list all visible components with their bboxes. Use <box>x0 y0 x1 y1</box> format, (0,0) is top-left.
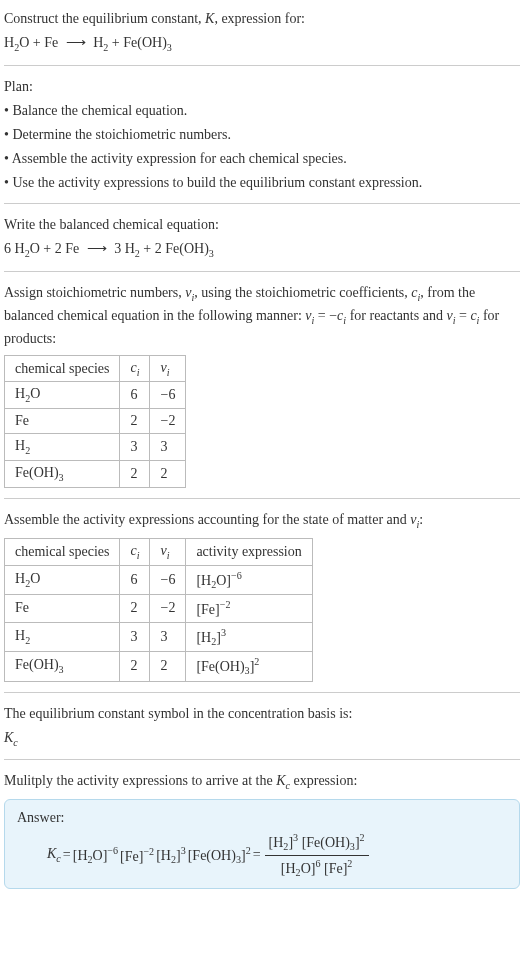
td-c: 2 <box>120 652 150 681</box>
plan-bullet-4: • Use the activity expressions to build … <box>4 172 520 193</box>
td-nu: 2 <box>150 652 186 681</box>
activity-intro: Assemble the activity expressions accoun… <box>4 509 520 532</box>
stoich-intro: Assign stoichiometric numbers, νi, using… <box>4 282 520 349</box>
fraction-denominator: [H2O]6 [Fe]2 <box>265 856 369 878</box>
td-activity: [Fe]−2 <box>186 594 312 622</box>
bal-rhs: 3 H <box>111 241 135 256</box>
td-c: 2 <box>120 594 150 622</box>
eq-rhs1: H <box>90 35 104 50</box>
table-row: H2O 6 −6 [H2O]−6 <box>5 565 313 594</box>
td-nu: −2 <box>150 594 186 622</box>
td-c: 2 <box>120 461 150 488</box>
prompt-text-a: Construct the equilibrium constant, <box>4 11 205 26</box>
balanced-block: Write the balanced chemical equation: 6 … <box>4 214 520 261</box>
ans-eq2: = <box>253 847 261 863</box>
kc-symbol: Kc <box>4 727 520 750</box>
table-row: Fe(OH)3 2 2 <box>5 461 186 488</box>
th-ci: ci <box>120 355 150 382</box>
answer-fraction: [H2]3 [Fe(OH)3]2 [H2O]6 [Fe]2 <box>265 832 369 878</box>
mult-b: expression: <box>290 773 357 788</box>
plan-bullet-1: • Balance the chemical equation. <box>4 100 520 121</box>
ans-eq: = <box>63 847 71 863</box>
table-row: H2O 6 −6 <box>5 382 186 409</box>
answer-label: Answer: <box>17 810 507 826</box>
td-nu: −6 <box>150 565 186 594</box>
th-species: chemical species <box>5 355 120 382</box>
divider <box>4 203 520 204</box>
unbalanced-equation: H2O + Fe ⟶ H2 + Fe(OH)3 <box>4 32 520 55</box>
stoich-e: for reactants and <box>346 308 446 323</box>
td-c: 3 <box>120 434 150 461</box>
table-row: Fe 2 −2 <box>5 409 186 434</box>
td-species: H2 <box>5 622 120 651</box>
stoich-b: , using the stoichiometric coefficients, <box>194 285 411 300</box>
answer-box: Answer: Kc = [H2O]−6 [Fe]−2 [H2]3 [Fe(OH… <box>4 799 520 889</box>
bal-lhs2: O + 2 Fe <box>30 241 83 256</box>
stoich-eq1b: = − <box>314 308 337 323</box>
prompt-block: Construct the equilibrium constant, K, e… <box>4 8 520 55</box>
td-species: Fe(OH)3 <box>5 461 120 488</box>
divider <box>4 692 520 693</box>
multiply-text: Mulitply the activity expressions to arr… <box>4 770 520 793</box>
prompt-line1: Construct the equilibrium constant, K, e… <box>4 8 520 29</box>
td-nu: −6 <box>150 382 186 409</box>
td-species: H2 <box>5 434 120 461</box>
td-c: 6 <box>120 565 150 594</box>
table-row: Fe(OH)3 2 2 [Fe(OH)3]2 <box>5 652 313 681</box>
fraction-numerator: [H2]3 [Fe(OH)3]2 <box>265 832 369 855</box>
td-nu: 3 <box>150 622 186 651</box>
act-b: : <box>419 512 423 527</box>
td-species: Fe <box>5 594 120 622</box>
td-activity: [H2O]−6 <box>186 565 312 594</box>
ans-t4: [Fe(OH)3]2 <box>188 845 251 865</box>
eq-rhs2-sub: 3 <box>167 42 172 53</box>
activity-block: Assemble the activity expressions accoun… <box>4 509 520 682</box>
kc-symbol-block: The equilibrium constant symbol in the c… <box>4 703 520 750</box>
multiply-block: Mulitply the activity expressions to arr… <box>4 770 520 889</box>
eq-rhs2: + Fe(OH) <box>108 35 166 50</box>
td-species: Fe(OH)3 <box>5 652 120 681</box>
td-c: 3 <box>120 622 150 651</box>
ans-t1: [H2O]−6 <box>73 845 118 865</box>
table-row: Fe 2 −2 [Fe]−2 <box>5 594 313 622</box>
td-activity: [H2]3 <box>186 622 312 651</box>
plan-bullet-3: • Assemble the activity expression for e… <box>4 148 520 169</box>
mult-K: K <box>276 773 285 788</box>
balanced-equation: 6 H2O + 2 Fe ⟶ 3 H2 + 2 Fe(OH)3 <box>4 238 520 261</box>
divider <box>4 65 520 66</box>
stoich-a: Assign stoichiometric numbers, <box>4 285 185 300</box>
kc-symbol-text: The equilibrium constant symbol in the c… <box>4 703 520 724</box>
answer-equation: Kc = [H2O]−6 [Fe]−2 [H2]3 [Fe(OH)3]2 = [… <box>17 832 507 878</box>
divider <box>4 271 520 272</box>
td-species: H2O <box>5 382 120 409</box>
act-a: Assemble the activity expressions accoun… <box>4 512 410 527</box>
bal-rhs2-sub: 3 <box>209 248 214 259</box>
eq-lhs2: O + Fe <box>19 35 62 50</box>
table-header-row: chemical species ci νi <box>5 355 186 382</box>
prompt-K: K <box>205 11 214 26</box>
ans-kc: Kc <box>47 846 61 864</box>
th-activity: activity expression <box>186 538 312 565</box>
arrow-icon: ⟶ <box>66 32 86 53</box>
table-row: H2 3 3 <box>5 434 186 461</box>
td-nu: 2 <box>150 461 186 488</box>
td-nu: 3 <box>150 434 186 461</box>
plan-heading: Plan: <box>4 76 520 97</box>
mult-a: Mulitply the activity expressions to arr… <box>4 773 276 788</box>
activity-table: chemical species ci νi activity expressi… <box>4 538 313 682</box>
td-species: H2O <box>5 565 120 594</box>
arrow-icon: ⟶ <box>87 238 107 259</box>
stoich-table: chemical species ci νi H2O 6 −6 Fe 2 −2 … <box>4 355 186 488</box>
bal-rhs2: + 2 Fe(OH) <box>140 241 209 256</box>
td-activity: [Fe(OH)3]2 <box>186 652 312 681</box>
bal-lhs: 6 H <box>4 241 25 256</box>
stoich-block: Assign stoichiometric numbers, νi, using… <box>4 282 520 488</box>
ans-t3: [H2]3 <box>156 845 186 865</box>
td-c: 2 <box>120 409 150 434</box>
th-nui: νi <box>150 355 186 382</box>
divider <box>4 498 520 499</box>
plan-bullet-2: • Determine the stoichiometric numbers. <box>4 124 520 145</box>
kc-c: c <box>13 736 17 747</box>
td-nu: −2 <box>150 409 186 434</box>
ans-t2: [Fe]−2 <box>120 846 154 865</box>
